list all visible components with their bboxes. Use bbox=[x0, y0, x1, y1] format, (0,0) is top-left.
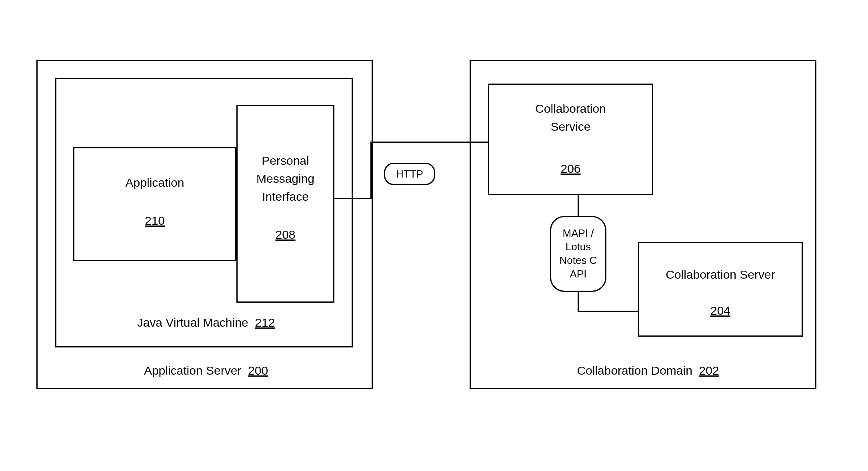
pmi-line3: Interface bbox=[236, 190, 334, 204]
collab-server-label: Collaboration Server bbox=[638, 268, 803, 281]
collab-server-box bbox=[638, 242, 803, 337]
application-server-label: Application Server 200 bbox=[112, 364, 300, 377]
pmi-num: 208 bbox=[275, 228, 295, 241]
connector-pmi-http-h1 bbox=[334, 198, 372, 199]
collab-domain-label: Collaboration Domain 202 bbox=[548, 364, 748, 377]
application-num: 210 bbox=[145, 214, 165, 227]
collab-service-num: 206 bbox=[560, 162, 580, 175]
api-l3: Notes C bbox=[560, 254, 597, 267]
http-text: HTTP bbox=[396, 168, 423, 180]
pmi-line2: Messaging bbox=[236, 172, 334, 186]
collab-server-num-label: 204 bbox=[638, 304, 803, 317]
pmi-line1: Personal bbox=[236, 154, 334, 168]
collab-server-num: 204 bbox=[710, 304, 730, 317]
diagram-canvas: Application Server 200 Java Virtual Mach… bbox=[0, 0, 868, 471]
pmi-box bbox=[236, 105, 334, 303]
api-pill: MAPI / Lotus Notes C API bbox=[550, 216, 606, 292]
api-l1: MAPI / bbox=[562, 227, 594, 240]
application-num-label: 210 bbox=[73, 214, 236, 228]
connector-api-server-v bbox=[578, 292, 579, 312]
application-label: Application bbox=[73, 176, 236, 190]
api-l4: API bbox=[570, 267, 587, 281]
jvm-num: 212 bbox=[255, 316, 275, 329]
jvm-text: Java Virtual Machine bbox=[137, 316, 248, 329]
connector-service-api-v bbox=[578, 195, 579, 217]
api-l2: Lotus bbox=[566, 240, 591, 254]
application-text: Application bbox=[126, 176, 184, 189]
http-pill: HTTP bbox=[384, 163, 435, 185]
collab-domain-text: Collaboration Domain bbox=[577, 364, 692, 377]
collab-service-box bbox=[488, 84, 653, 195]
collab-domain-num: 202 bbox=[699, 364, 719, 377]
jvm-label: Java Virtual Machine 212 bbox=[110, 316, 302, 329]
connector-api-server-h bbox=[578, 311, 639, 312]
collab-service-line2: Service bbox=[488, 120, 653, 134]
collab-service-num-label: 206 bbox=[488, 162, 653, 176]
application-box bbox=[73, 147, 236, 261]
application-server-num: 200 bbox=[248, 364, 268, 377]
collab-server-text: Collaboration Server bbox=[666, 268, 775, 281]
application-server-text: Application Server bbox=[144, 364, 241, 377]
connector-pmi-http-v1 bbox=[370, 142, 372, 199]
connector-http-service-h bbox=[370, 142, 489, 143]
collab-service-line1: Collaboration bbox=[488, 102, 653, 116]
pmi-num-label: 208 bbox=[236, 228, 334, 241]
